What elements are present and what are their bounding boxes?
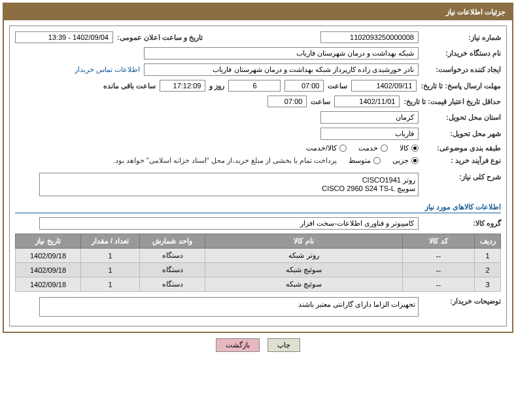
category-option-0-label: کالا	[400, 144, 409, 152]
validity-date: 1402/11/01	[334, 96, 400, 107]
table-row: 2 -- سوئیچ شبکه دستگاه 1 1402/09/18	[16, 263, 501, 277]
deadline-days: 6	[228, 80, 281, 92]
province-label: استان محل تحویل:	[422, 113, 501, 122]
summary-label: شرح کلی نیاز:	[422, 173, 501, 181]
validity-label: حداقل تاریخ اعتبار قیمت: تا تاریخ:	[404, 97, 501, 106]
process-type-label: نوع فرآیند خرید :	[422, 156, 501, 165]
deadline-date: 1402/09/11	[351, 80, 417, 92]
goods-group-label: گروه کالا:	[422, 219, 501, 228]
th-unit: واحد شمارش	[140, 234, 205, 249]
process-type-radio-group: جزیی متوسط	[349, 156, 419, 165]
province-value: کرمان	[320, 111, 419, 124]
goods-table: ردیف کد کالا نام کالا واحد شمارش تعداد /…	[15, 234, 501, 292]
requester-label: ایجاد کننده درخواست:	[422, 65, 501, 74]
buyer-notes-value: تجهیزات الزاما دارای گارانتی معتبر باشند	[39, 297, 419, 317]
process-note: پرداخت تمام یا بخشی از مبلغ خرید،از محل …	[112, 156, 337, 165]
category-option-0[interactable]: کالا	[400, 144, 419, 152]
validity-time: 07:00	[267, 96, 307, 107]
category-option-2-label: کالا/خدمت	[306, 144, 337, 152]
announce-date-value: 1402/09/04 - 13:39	[15, 31, 113, 43]
deadline-label: مهلت ارسال پاسخ: تا تاریخ:	[421, 82, 501, 90]
process-option-0-label: جزیی	[392, 156, 409, 165]
summary-line1: روتر CISCO1941	[43, 176, 415, 184]
back-button[interactable]: بازگشت	[216, 338, 260, 352]
buyer-notes-label: توضیحات خریدار:	[422, 297, 501, 306]
category-option-2[interactable]: کالا/خدمت	[306, 144, 347, 152]
th-code: کد کالا	[403, 234, 475, 249]
process-option-0[interactable]: جزیی	[392, 156, 419, 165]
need-number-value: 1102093250000008	[320, 31, 419, 43]
deadline-days-label: روز و	[209, 82, 224, 90]
table-row: 3 -- سوئیچ شبکه دستگاه 1 1402/09/18	[16, 277, 501, 292]
city-label: شهر محل تحویل:	[422, 130, 501, 138]
deadline-time-label: ساعت	[328, 82, 347, 90]
th-idx: ردیف	[475, 234, 501, 249]
buyer-org-value: شبکه بهداشت و درمان شهرستان فاریاب	[144, 47, 419, 60]
page-title: جزئیات اطلاعات نیاز	[4, 4, 512, 20]
contact-link[interactable]: اطلاعات تماس خریدار	[75, 65, 140, 74]
goods-section-title: اطلاعات کالاهای مورد نیاز	[15, 203, 501, 213]
category-radio-group: کالا خدمت کالا/خدمت	[306, 144, 419, 152]
th-qty: تعداد / مقدار	[81, 234, 140, 249]
deadline-remain-time: 17:12:09	[160, 80, 205, 92]
goods-group-value: کامپیوتر و فناوری اطلاعات-سخت افزار	[39, 217, 419, 230]
category-option-1[interactable]: خدمت	[358, 144, 388, 152]
category-option-1-label: خدمت	[358, 144, 378, 152]
deadline-time: 07:00	[284, 80, 324, 92]
validity-time-label: ساعت	[311, 97, 330, 106]
need-number-label: شماره نیاز:	[422, 33, 501, 42]
th-date: تاریخ نیاز	[16, 234, 81, 249]
deadline-remain-label: ساعت باقی مانده	[103, 82, 156, 90]
th-name: نام کالا	[205, 234, 403, 249]
category-label: طبقه بندی موضوعی:	[422, 144, 501, 152]
announce-date-label: تاریخ و ساعت اعلان عمومی:	[117, 33, 203, 42]
table-row: 1 -- روتر شبکه دستگاه 1 1402/09/18	[16, 249, 501, 263]
process-option-1-label: متوسط	[349, 156, 371, 165]
summary-line2: سوییچ CISCO 2960 S24 TS-L	[43, 184, 415, 193]
process-option-1[interactable]: متوسط	[349, 156, 381, 165]
buyer-org-label: نام دستگاه خریدار:	[422, 49, 501, 58]
summary-box: روتر CISCO1941 سوییچ CISCO 2960 S24 TS-L	[39, 173, 419, 196]
print-button[interactable]: چاپ	[267, 338, 300, 352]
requester-value: نادر خورشیدی زاده کارپرداز شبکه بهداشت و…	[144, 63, 419, 76]
city-value: فاریاب	[320, 128, 419, 140]
